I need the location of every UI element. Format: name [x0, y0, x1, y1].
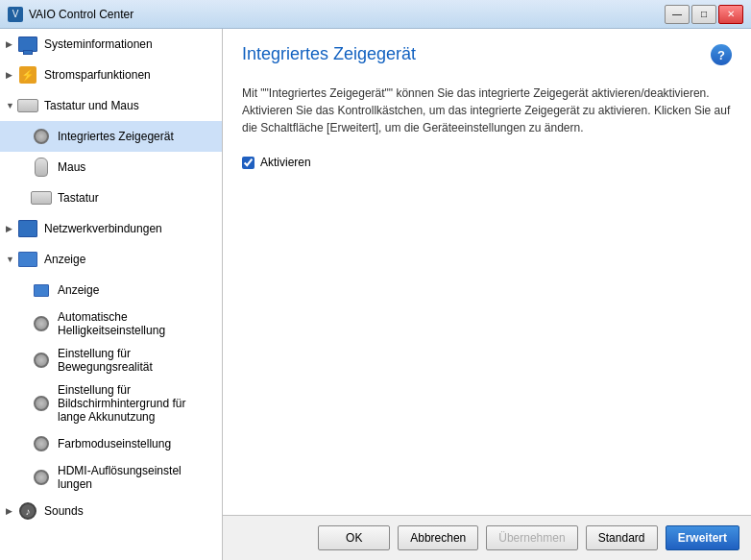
ok-button[interactable]: OK — [318, 525, 390, 550]
close-button[interactable]: ✕ — [718, 5, 743, 24]
aktivieren-label[interactable]: Aktivieren — [260, 156, 311, 169]
bildschirmhintergrund-icon — [31, 393, 52, 414]
sidebar-item-tastatur[interactable]: Tastatur — [0, 183, 222, 213]
sidebar-label-integriertes-zeigegeraet: Integriertes Zeigegerät — [58, 130, 174, 143]
aktivieren-row: Aktivieren — [242, 156, 732, 169]
arrow-netzwerkverbindungen — [6, 224, 15, 233]
sidebar-label-anzeige-group: Anzeige — [44, 253, 85, 266]
sidebar-item-hdmi-aufloesung[interactable]: HDMI-Auflösungseinstel lungen — [0, 459, 222, 496]
arrow-systeminformationen — [6, 39, 15, 49]
sidebar-label-hdmi-aufloesung: HDMI-Auflösungseinstel lungen — [58, 464, 214, 491]
sidebar-item-integriertes-zeigegeraet[interactable]: Integriertes Zeigegerät — [0, 121, 222, 152]
sidebar-label-systeminformationen: Systeminformationen — [44, 37, 153, 51]
sidebar-item-sounds[interactable]: ♪ Sounds — [0, 496, 222, 526]
arrow-stromsparfunktionen — [6, 70, 15, 80]
erweitert-button[interactable]: Erweitert — [666, 525, 739, 550]
sidebar-label-maus: Maus — [58, 160, 85, 174]
sidebar-label-anzeige-child: Anzeige — [58, 283, 99, 297]
main-container: Systeminformationen ⚡ Stromsparfunktione… — [0, 29, 751, 560]
tastatur-und-maus-icon — [17, 95, 38, 116]
arrow-anzeige — [6, 255, 15, 264]
anzeige-child-icon — [31, 280, 52, 301]
sidebar-item-stromsparfunktionen[interactable]: ⚡ Stromsparfunktionen — [0, 60, 222, 90]
auto-helligkeit-icon — [31, 313, 52, 334]
window-title: VAIO Control Center — [29, 8, 665, 21]
sidebar-item-bildschirmhintergrund[interactable]: Einstellung für Bildschirmhintergrund fü… — [0, 378, 222, 428]
anzeige-group-icon — [17, 249, 38, 270]
integriertes-zeigegeraet-icon — [31, 126, 52, 147]
sidebar: Systeminformationen ⚡ Stromsparfunktione… — [0, 29, 223, 560]
sidebar-label-bildschirmhintergrund: Einstellung für Bildschirmhintergrund fü… — [58, 383, 214, 424]
hdmi-aufloesung-icon — [31, 467, 52, 488]
sidebar-item-netzwerkverbindungen[interactable]: Netzwerkverbindungen — [0, 213, 222, 244]
maus-icon — [31, 157, 52, 178]
abbrechen-button[interactable]: Abbrechen — [398, 525, 478, 550]
app-icon: V — [8, 7, 23, 22]
sidebar-label-auto-helligkeit: Automatische Helligkeitseinstellung — [58, 310, 214, 337]
minimize-button[interactable]: — — [665, 5, 690, 24]
description-text: Mit ""Integriertes Zeigegerät"" können S… — [242, 85, 732, 136]
sidebar-item-anzeige-child[interactable]: Anzeige — [0, 275, 222, 305]
title-bar: V VAIO Control Center — □ ✕ — [0, 0, 751, 29]
farbmoduseinstellung-icon — [31, 433, 52, 454]
content-body: Mit ""Integriertes Zeigegerät"" können S… — [223, 75, 751, 515]
sidebar-item-tastatur-und-maus[interactable]: Tastatur und Maus — [0, 90, 222, 121]
sidebar-label-tastatur-und-maus: Tastatur und Maus — [44, 99, 139, 112]
sidebar-label-sounds: Sounds — [44, 504, 84, 518]
content-header: Integriertes Zeigegerät ? — [223, 29, 751, 75]
sidebar-item-farbmoduseinstellung[interactable]: Farbmoduseinstellung — [0, 428, 222, 459]
arrow-sounds — [6, 506, 15, 516]
sidebar-label-stromsparfunktionen: Stromsparfunktionen — [44, 68, 151, 82]
tastatur-icon — [31, 187, 52, 208]
footer-buttons: OK Abbrechen Übernehmen Standard Erweite… — [223, 515, 751, 560]
content-title: Integriertes Zeigegerät — [242, 44, 416, 64]
sidebar-label-farbmoduseinstellung: Farbmoduseinstellung — [58, 437, 171, 450]
sidebar-item-systeminformationen[interactable]: Systeminformationen — [0, 29, 222, 60]
sidebar-label-bewegungsrealitaet: Einstellung für Bewegungsrealität — [58, 347, 214, 374]
help-button[interactable]: ? — [711, 44, 732, 65]
stromsparfunktionen-icon: ⚡ — [17, 64, 38, 85]
bewegungsrealitaet-icon — [31, 350, 52, 371]
standard-button[interactable]: Standard — [586, 525, 658, 550]
content-area: Integriertes Zeigegerät ? Mit ""Integrie… — [223, 29, 751, 560]
sidebar-label-tastatur: Tastatur — [58, 191, 99, 205]
sidebar-item-maus[interactable]: Maus — [0, 152, 222, 183]
uebernehmen-button[interactable]: Übernehmen — [486, 525, 577, 550]
sidebar-label-netzwerkverbindungen: Netzwerkverbindungen — [44, 222, 162, 235]
maximize-button[interactable]: □ — [691, 5, 716, 24]
arrow-tastatur-und-maus — [6, 101, 15, 110]
window-controls: — □ ✕ — [665, 5, 743, 24]
sidebar-item-anzeige-group[interactable]: Anzeige — [0, 244, 222, 275]
sounds-icon: ♪ — [17, 500, 38, 522]
sidebar-item-auto-helligkeit[interactable]: Automatische Helligkeitseinstellung — [0, 305, 222, 342]
aktivieren-checkbox[interactable] — [242, 157, 254, 169]
netzwerkverbindungen-icon — [17, 218, 38, 239]
sidebar-item-bewegungsrealitaet[interactable]: Einstellung für Bewegungsrealität — [0, 342, 222, 378]
systeminformationen-icon — [17, 34, 38, 55]
